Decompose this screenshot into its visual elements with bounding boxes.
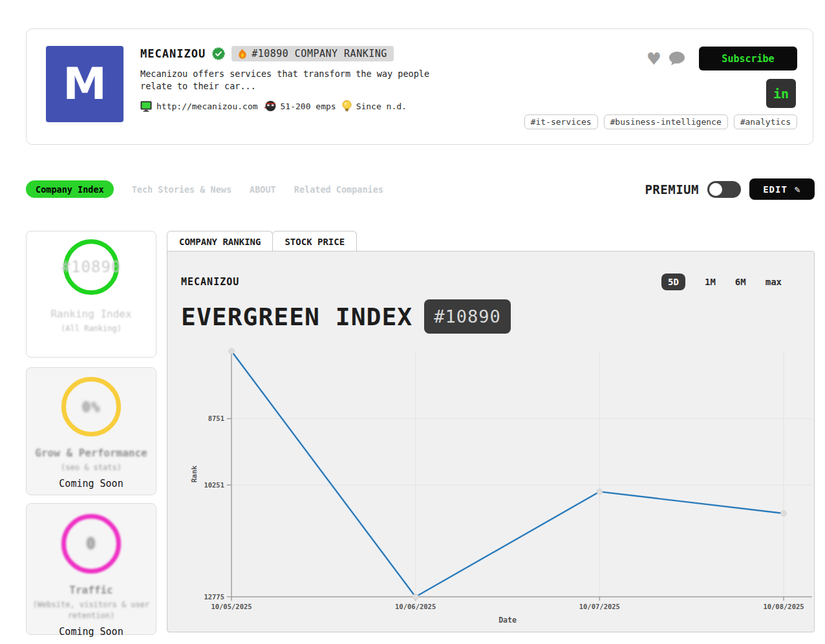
company-ranking-panel: MECANIZOU 5D 1M 6M max EVERGREEN INDEX #… [167, 251, 815, 632]
edit-button-label: EDIT [763, 184, 788, 195]
linkedin-in-icon: in [773, 86, 789, 102]
svg-text:Rank: Rank [190, 465, 198, 482]
tag-list: #it-services #business-intelligence #ana… [524, 114, 797, 129]
ranking-index-card: #10890 Ranking Index (All Ranking) [26, 231, 156, 358]
since-label: Since n.d. [356, 102, 407, 111]
grow-value: 0% [61, 377, 121, 436]
website-url[interactable]: http://mecanizou.com [156, 102, 258, 111]
svg-text:10/06/2025: 10/06/2025 [395, 603, 436, 610]
svg-text:10/07/2025: 10/07/2025 [579, 603, 620, 610]
svg-text:10251: 10251 [204, 481, 224, 489]
grow-subtitle: (seo & stats) [27, 462, 156, 473]
premium-toggle-knob [709, 183, 722, 196]
premium-toggle[interactable] [707, 181, 741, 198]
svg-text:10/05/2025: 10/05/2025 [211, 603, 252, 610]
range-max-button[interactable]: max [766, 277, 782, 287]
range-selector: 5D 1M 6M max [661, 274, 782, 290]
edit-button[interactable]: EDIT ✎ [749, 178, 815, 200]
nav-tab-related-companies[interactable]: Related Companies [294, 184, 383, 195]
like-heart-icon[interactable]: ♥ [647, 52, 661, 66]
pencil-icon: ✎ [795, 184, 801, 195]
lightbulb-icon [342, 100, 352, 112]
page-nav: Company Index Tech Stories & News ABOUT … [26, 178, 815, 200]
svg-text:12775: 12775 [204, 593, 224, 601]
employees-info: 51-200 emps [264, 100, 336, 112]
employees-label: 51-200 emps [281, 102, 336, 111]
since-info: Since n.d. [342, 100, 407, 112]
company-logo-letter: M [63, 62, 107, 106]
svg-text:10/08/2025: 10/08/2025 [763, 603, 804, 610]
company-description: Mecanizou offers services that transform… [140, 68, 429, 92]
traffic-title: Traffic [27, 584, 156, 596]
premium-label: PREMIUM [645, 182, 699, 197]
evergreen-index-rank-badge: #10890 [424, 299, 511, 334]
grow-performance-card: 0% Grow & Performance (seo & stats) Comi… [26, 367, 156, 495]
traffic-value: 0 [61, 514, 121, 574]
comment-bubble-icon[interactable] [669, 51, 685, 67]
range-6m-button[interactable]: 6M [735, 277, 746, 287]
ninja-icon [264, 100, 276, 112]
nav-tab-tech-stories[interactable]: Tech Stories & News [132, 184, 231, 195]
tab-company-ranking[interactable]: COMPANY RANKING [167, 231, 273, 252]
range-1m-button[interactable]: 1M [705, 277, 716, 287]
company-ranking-badge: #10890 COMPANY RANKING [231, 46, 394, 61]
svg-text:8751: 8751 [208, 414, 224, 422]
ranking-index-subtitle: (All Ranking) [27, 323, 156, 334]
tag-analytics[interactable]: #analytics [734, 114, 797, 129]
company-header-card: M MECANIZOU #10890 COMPANY RANKING [26, 28, 813, 145]
verified-badge-icon [212, 47, 225, 60]
monitor-icon [140, 101, 152, 112]
tag-business-intelligence[interactable]: #business-intelligence [604, 114, 728, 129]
range-5d-button[interactable]: 5D [661, 274, 685, 290]
grow-title: Grow & Performance [27, 447, 156, 459]
evergreen-index-title: EVERGREEN INDEX [181, 303, 412, 331]
company-ranking-badge-label: #10890 COMPANY RANKING [252, 48, 387, 59]
ranking-index-title: Ranking Index [27, 308, 156, 320]
company-logo: M [46, 46, 123, 122]
chart-tabs: COMPANY RANKING STOCK PRICE [167, 231, 357, 252]
ranking-index-value: #10890 [63, 239, 119, 295]
traffic-card: 0 Traffic (Website, visitors & user rete… [26, 503, 156, 635]
panel-company-label: MECANIZOU [181, 276, 239, 288]
rank-chart[interactable]: 8751102511277510/05/202510/06/202510/07/… [167, 343, 815, 628]
nav-tab-about[interactable]: ABOUT [250, 184, 276, 195]
traffic-status: Coming Soon [27, 626, 156, 638]
svg-text:Date: Date [498, 616, 517, 625]
linkedin-button[interactable]: in [766, 79, 796, 108]
subscribe-button[interactable]: Subscribe [699, 47, 797, 70]
grow-status: Coming Soon [27, 478, 156, 489]
company-name: MECANIZOU [140, 47, 206, 60]
fire-icon [238, 48, 247, 59]
website-link[interactable]: http://mecanizou.com [140, 101, 258, 112]
tag-it-services[interactable]: #it-services [524, 114, 598, 129]
nav-tab-company-index[interactable]: Company Index [26, 180, 114, 198]
traffic-subtitle: (Website, visitors & user retention) [27, 599, 156, 621]
tab-stock-price[interactable]: STOCK PRICE [272, 231, 357, 252]
